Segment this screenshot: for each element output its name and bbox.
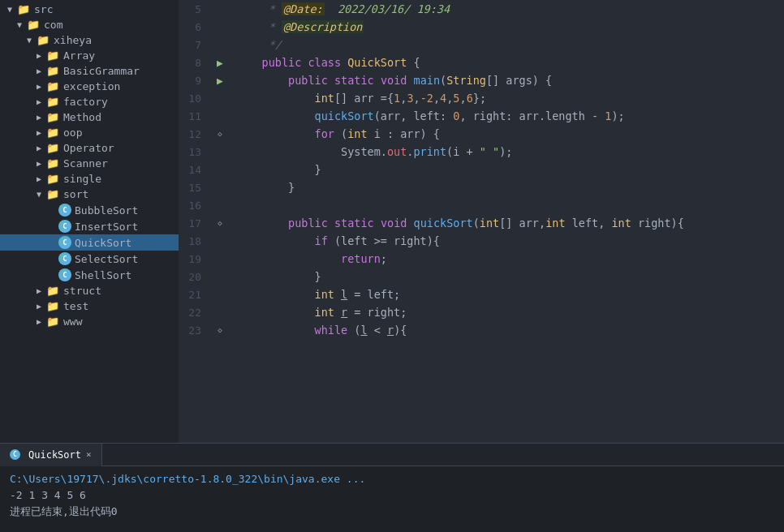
line-gutter <box>211 268 229 285</box>
sidebar-item-test[interactable]: ▶ 📁 test <box>0 298 179 314</box>
sidebar-item-SelectSort[interactable]: ▶ C SelectSort <box>0 251 179 267</box>
arrow-icon: ▼ <box>3 5 16 14</box>
line-number: 22 <box>179 303 211 321</box>
folder-icon: 📁 <box>16 3 31 15</box>
line-number: 14 <box>179 161 211 178</box>
sidebar-item-InsertSort[interactable]: ▶ C InsertSort <box>0 218 179 234</box>
sidebar-item-label: SelectSort <box>75 253 138 265</box>
arrow-icon: ▶ <box>32 97 45 106</box>
folder-icon: 📁 <box>45 173 60 185</box>
line-gutter <box>211 196 229 214</box>
sidebar-item-struct[interactable]: ▶ 📁 struct <box>0 283 179 298</box>
line-number: 12 <box>179 125 211 143</box>
arrow-icon: ▼ <box>32 190 45 199</box>
line-gutter <box>211 178 229 196</box>
sidebar-item-sort[interactable]: ▼ 📁 sort <box>0 187 179 202</box>
line-code: } <box>229 161 784 178</box>
terminal-path: C:\Users\19717\.jdks\corretto-1.8.0_322\… <box>10 473 365 485</box>
sidebar-item-factory[interactable]: ▶ 📁 factory <box>0 94 179 109</box>
folder-icon: 📁 <box>45 142 60 154</box>
sidebar-item-label: com <box>44 19 62 31</box>
sidebar-item-oop[interactable]: ▶ 📁 oop <box>0 125 179 140</box>
arrow-icon: ▶ <box>32 82 45 91</box>
folder-icon: 📁 <box>45 49 60 62</box>
line-code <box>229 196 784 214</box>
sidebar-item-label: www <box>63 315 82 328</box>
code-line-11: 11 quickSort(arr, left: 0, right: arr.le… <box>179 107 784 125</box>
sidebar-item-label: factory <box>63 96 108 108</box>
line-gutter: ◇ <box>211 321 229 339</box>
code-line-10: 10 int[] arr ={1,3,-2,4,5,6}; <box>179 89 784 107</box>
sidebar-item-label: Array <box>63 49 95 62</box>
line-number: 11 <box>179 107 211 125</box>
sidebar-item-ShellSort[interactable]: ▶ C ShellSort <box>0 267 179 283</box>
sidebar-item-com[interactable]: ▼ 📁 com <box>0 17 179 32</box>
bottom-tab-quicksort[interactable]: C QuickSort × <box>0 444 102 466</box>
tab-file-icon: C <box>10 449 20 460</box>
line-code: return; <box>229 250 784 268</box>
arrow-icon: ▶ <box>32 159 45 168</box>
arrow-icon: ▶ <box>32 174 45 183</box>
bottom-tabs: C QuickSort × <box>0 444 784 466</box>
line-code: int l = left; <box>229 285 784 303</box>
line-number: 17 <box>179 214 211 232</box>
sidebar-item-BasicGrammar[interactable]: ▶ 📁 BasicGrammar <box>0 63 179 79</box>
line-code: * @Date: 2022/03/16/ 19:34 <box>229 0 784 18</box>
sidebar-item-QuickSort[interactable]: ▶ C QuickSort <box>0 234 179 251</box>
folder-icon: 📁 <box>45 157 60 169</box>
line-code: public static void quickSort(int[] arr,i… <box>229 214 784 232</box>
sidebar-item-label: oop <box>63 127 82 139</box>
folder-icon: 📁 <box>45 300 60 312</box>
line-number: 13 <box>179 143 211 161</box>
code-line-9: 9 ▶ public static void main(String[] arg… <box>179 71 784 89</box>
java-file-icon: C <box>58 220 71 233</box>
line-number: 23 <box>179 321 211 339</box>
main-area: ▼ 📁 src ▼ 📁 com ▼ 📁 xiheya ▶ 📁 Array ▶ 📁… <box>0 0 784 443</box>
code-line-19: 19 return; <box>179 250 784 268</box>
sidebar-item-single[interactable]: ▶ 📁 single <box>0 171 179 187</box>
folder-icon: 📁 <box>45 285 60 297</box>
code-line-17: 17 ◇ public static void quickSort(int[] … <box>179 214 784 232</box>
line-code: if (left >= right){ <box>229 232 784 250</box>
line-code: } <box>229 178 784 196</box>
sidebar-item-BubbleSort[interactable]: ▶ C BubbleSort <box>0 202 179 218</box>
folder-icon: 📁 <box>45 96 60 108</box>
code-line-22: 22 int r = right; <box>179 303 784 321</box>
sidebar-item-www[interactable]: ▶ 📁 www <box>0 314 179 329</box>
sidebar-item-Method[interactable]: ▶ 📁 Method <box>0 109 179 125</box>
folder-icon: 📁 <box>45 315 60 328</box>
line-code: for (int i : arr) { <box>229 125 784 143</box>
line-gutter <box>211 285 229 303</box>
sidebar-item-label: sort <box>63 188 88 200</box>
run-arrow-gutter: ▶ <box>211 54 229 71</box>
sidebar-item-xiheya[interactable]: ▼ 📁 xiheya <box>0 32 179 48</box>
sidebar-item-src[interactable]: ▼ 📁 src <box>0 2 179 17</box>
code-scroll-area[interactable]: 5 * @Date: 2022/03/16/ 19:34 6 * @Descri… <box>179 0 784 443</box>
sidebar-item-Scanner[interactable]: ▶ 📁 Scanner <box>0 156 179 171</box>
arrow-icon: ▼ <box>13 20 26 29</box>
line-gutter <box>211 232 229 250</box>
sidebar-item-label: exception <box>63 80 120 92</box>
sidebar-item-Operator[interactable]: ▶ 📁 Operator <box>0 140 179 156</box>
terminal-content: C:\Users\19717\.jdks\corretto-1.8.0_322\… <box>0 466 784 532</box>
code-line-20: 20 } <box>179 268 784 285</box>
sidebar-item-Array[interactable]: ▶ 📁 Array <box>0 48 179 63</box>
sidebar-item-label: Scanner <box>63 157 108 169</box>
terminal-output: -2 1 3 4 5 6 <box>10 489 86 501</box>
folder-icon: 📁 <box>45 188 60 200</box>
tab-close-button[interactable]: × <box>86 449 92 460</box>
arrow-icon: ▼ <box>23 36 36 45</box>
line-number: 21 <box>179 285 211 303</box>
line-code: while (l < r){ <box>229 321 784 339</box>
sidebar-item-label: test <box>63 300 88 312</box>
sidebar-item-label: QuickSort <box>75 237 131 249</box>
terminal-exit-message: 进程已结束,退出代码0 <box>10 505 118 517</box>
folder-icon: 📁 <box>45 80 60 92</box>
sidebar-item-label: single <box>63 173 101 185</box>
folder-icon: 📁 <box>45 65 60 77</box>
sidebar-item-exception[interactable]: ▶ 📁 exception <box>0 79 179 94</box>
folder-icon: 📁 <box>45 127 60 139</box>
terminal-path-line: C:\Users\19717\.jdks\corretto-1.8.0_322\… <box>10 471 774 487</box>
sidebar-item-label: src <box>34 3 53 15</box>
tab-label: QuickSort <box>28 449 81 461</box>
